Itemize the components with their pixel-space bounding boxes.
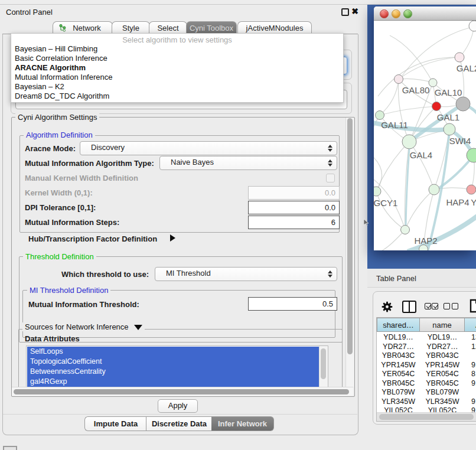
network-node[interactable] bbox=[469, 21, 476, 31]
cell-shared-name[interactable]: YLR345W bbox=[377, 397, 420, 407]
minimize-traffic-light[interactable] bbox=[392, 9, 400, 18]
cell-shared-name[interactable]: YDL19… bbox=[377, 333, 420, 343]
table-row[interactable]: YIL052CYIL052C9 bbox=[377, 406, 476, 412]
dropdown-item[interactable]: Bayesian – Hill Climbing bbox=[15, 44, 97, 53]
settings-vscrollbar[interactable] bbox=[345, 118, 354, 387]
column-header-shared-name[interactable]: shared… bbox=[377, 318, 420, 332]
cell-name[interactable]: YIL052C bbox=[420, 406, 465, 412]
attribute-item[interactable]: SelfLoops bbox=[27, 347, 319, 357]
cell-name[interactable]: YLR345W bbox=[420, 397, 465, 407]
mi-steps-field[interactable]: 6 bbox=[248, 216, 340, 229]
cell-value[interactable]: 9. bbox=[471, 379, 476, 389]
table-hscrollbar[interactable] bbox=[377, 412, 476, 421]
network-node[interactable] bbox=[401, 226, 410, 234]
tab-select[interactable]: Select bbox=[149, 21, 187, 34]
attribute-item[interactable]: gal4RGexp bbox=[27, 377, 319, 387]
network-node[interactable] bbox=[376, 111, 384, 120]
cell-value[interactable]: 9 bbox=[471, 406, 476, 412]
mi-threshold-field[interactable]: 0.5 bbox=[248, 297, 337, 311]
table-row[interactable]: YDL19…YDL19…13 bbox=[377, 333, 476, 343]
float-window-icon[interactable] bbox=[341, 8, 349, 16]
data-attributes-list[interactable]: SelfLoopsTopologicalCoefficientBetweenne… bbox=[26, 345, 328, 388]
manual-kernel-checkbox[interactable] bbox=[326, 174, 335, 182]
table-row[interactable]: YPR145WYPR145W9. bbox=[377, 361, 476, 370]
dropdown-item[interactable]: ARACNE Algorithm bbox=[15, 63, 86, 72]
cell-value[interactable]: 12 bbox=[471, 343, 476, 352]
network-graph-canvas[interactable]: GAL2GAL80GAL10GAL1GAL11SWI4GAL4GCY1HAP4Y… bbox=[374, 20, 476, 250]
sources-collapse-arrow-icon[interactable] bbox=[134, 325, 142, 330]
dropdown-item[interactable]: Basic Correlation Inference bbox=[15, 54, 107, 63]
tab-impute-data[interactable]: Impute Data bbox=[84, 416, 146, 431]
cell-shared-name[interactable]: YPR145W bbox=[377, 361, 420, 370]
network-node[interactable] bbox=[455, 53, 464, 62]
table-row[interactable]: YLR345WYLR345W9. bbox=[377, 397, 476, 407]
cell-name[interactable]: YBL079W bbox=[420, 388, 465, 397]
table-row[interactable]: YER054CYER054C8. bbox=[377, 370, 476, 379]
close-traffic-light[interactable] bbox=[380, 9, 389, 18]
close-icon[interactable]: ✖ bbox=[351, 6, 359, 16]
cell-name[interactable]: YDR27… bbox=[420, 343, 465, 352]
cell-shared-name[interactable]: YBL079W bbox=[377, 388, 420, 397]
column-header-third[interactable]: A bbox=[464, 318, 476, 332]
network-node[interactable] bbox=[467, 148, 476, 162]
dropdown-item[interactable]: Dream8 DC_TDC Algorithm bbox=[15, 92, 109, 100]
cell-name[interactable]: YDL19… bbox=[420, 333, 465, 343]
attributes-scrollbar[interactable] bbox=[319, 346, 328, 387]
cell-shared-name[interactable]: YIL052C bbox=[377, 406, 420, 412]
cell-shared-name[interactable]: YBR045C bbox=[377, 379, 420, 389]
settings-vscrollbar-thumb[interactable] bbox=[347, 118, 353, 354]
attribute-item[interactable]: BetweennessCentrality bbox=[27, 367, 319, 377]
tab-discretize-data[interactable]: Discretize Data bbox=[146, 416, 213, 431]
network-node[interactable] bbox=[444, 123, 455, 135]
tab-jactivemnodules[interactable]: jActiveMNodules bbox=[237, 21, 312, 34]
settings-hscrollbar-thumb[interactable] bbox=[14, 389, 349, 394]
network-node[interactable] bbox=[429, 184, 439, 195]
unchecked-boxes-icon[interactable] bbox=[444, 302, 458, 311]
network-node[interactable] bbox=[395, 75, 403, 84]
table-row[interactable]: YBR045CYBR045C9. bbox=[377, 379, 476, 389]
cell-name[interactable]: YBR043C bbox=[420, 351, 465, 361]
gear-icon[interactable] bbox=[382, 301, 393, 312]
dropdown-item[interactable]: Bayesian – K2 bbox=[15, 82, 64, 91]
tab-cyni-toolbox[interactable]: Cyni Toolbox bbox=[186, 21, 237, 34]
split-panes-icon[interactable] bbox=[402, 301, 416, 313]
network-node[interactable] bbox=[429, 79, 437, 87]
table-row[interactable]: YBL079WYBL079W bbox=[377, 388, 476, 397]
cell-value[interactable]: 9. bbox=[471, 361, 476, 370]
column-header-name[interactable]: name bbox=[419, 318, 465, 332]
collapsed-panel-icon[interactable] bbox=[3, 446, 17, 450]
zoom-traffic-light[interactable] bbox=[403, 9, 412, 18]
cell-shared-name[interactable]: YER054C bbox=[377, 370, 420, 379]
cell-name[interactable]: YER054C bbox=[420, 370, 465, 379]
table-hscrollbar-thumb[interactable] bbox=[379, 414, 474, 420]
network-node[interactable] bbox=[456, 97, 470, 111]
table-row[interactable]: YDR27…YDR27…12 bbox=[377, 343, 476, 352]
tab-style[interactable]: Style bbox=[112, 21, 150, 34]
network-node[interactable] bbox=[374, 187, 381, 196]
cell-name[interactable]: YBR045C bbox=[420, 379, 465, 389]
settings-hscrollbar[interactable] bbox=[12, 387, 353, 396]
network-node[interactable] bbox=[402, 135, 416, 149]
cell-value[interactable]: 8. bbox=[471, 370, 476, 379]
kernel-width-field[interactable]: 0.0 bbox=[248, 186, 340, 200]
cell-value[interactable]: 9. bbox=[471, 397, 476, 407]
attributes-scrollbar-thumb[interactable] bbox=[321, 348, 326, 379]
attribute-item[interactable]: TopologicalCoefficient bbox=[27, 357, 319, 367]
document-icon[interactable] bbox=[470, 299, 476, 313]
cell-shared-name[interactable]: YDR27… bbox=[377, 343, 420, 352]
tab-infer-network[interactable]: Infer Network bbox=[211, 416, 274, 431]
dropdown-item[interactable]: Mutual Information Inference bbox=[15, 73, 112, 81]
checked-boxes-icon[interactable] bbox=[425, 302, 438, 311]
network-node[interactable] bbox=[432, 102, 441, 111]
aracne-mode-combobox[interactable]: Discovery bbox=[80, 141, 337, 155]
mi-type-combobox[interactable]: Naive Bayes bbox=[159, 156, 337, 170]
cell-shared-name[interactable]: YBR043C bbox=[377, 351, 420, 361]
dpi-tolerance-field[interactable]: 0.0 bbox=[248, 201, 340, 214]
table-row[interactable]: YBR043CYBR043C bbox=[377, 351, 476, 361]
cell-value[interactable]: 13 bbox=[471, 333, 476, 343]
apply-button[interactable]: Apply bbox=[158, 399, 198, 413]
cell-name[interactable]: YPR145W bbox=[420, 361, 465, 370]
network-node[interactable] bbox=[467, 185, 476, 194]
which-threshold-combobox[interactable]: MI Threshold bbox=[155, 267, 337, 281]
hub-expand-arrow-icon[interactable] bbox=[170, 234, 175, 242]
